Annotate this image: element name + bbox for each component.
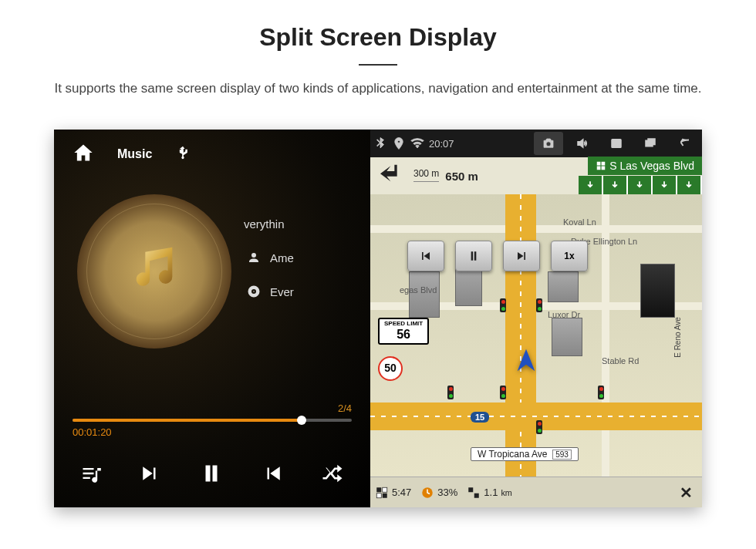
- turn-left-icon: [376, 160, 407, 193]
- bluetooth-icon: [373, 136, 387, 150]
- artist-name: Ame: [270, 251, 294, 264]
- disc-icon: [247, 285, 261, 298]
- map-view[interactable]: Koval Ln Duke Ellington Ln egas Blvd Lux…: [370, 194, 702, 477]
- destination-banner: S Las Vegas Blvd: [588, 157, 702, 175]
- close-app-button[interactable]: [602, 132, 631, 155]
- usb-icon[interactable]: [175, 145, 191, 163]
- volume-button[interactable]: [568, 132, 597, 155]
- split-screen-device: Music verythin Ame E: [54, 130, 702, 507]
- recent-apps-button[interactable]: [636, 132, 665, 155]
- page-title: Split Screen Display: [15, 23, 741, 52]
- wifi-icon: [410, 136, 424, 150]
- interstate-sign: 15: [471, 412, 489, 423]
- svg-rect-5: [376, 493, 381, 497]
- overlay-next-button[interactable]: [503, 241, 540, 271]
- prev-track-button[interactable]: [138, 462, 161, 488]
- overlay-pause-button[interactable]: [455, 241, 492, 271]
- street-stable: Stable Rd: [602, 356, 639, 365]
- album-art: [77, 194, 231, 349]
- title-divider: [359, 64, 397, 66]
- location-icon: [392, 136, 406, 150]
- music-notes-icon: [127, 243, 181, 300]
- status-bar: 20:07: [370, 130, 702, 157]
- track-count: 2/4: [73, 402, 352, 414]
- shuffle-button[interactable]: [321, 462, 344, 488]
- svg-rect-6: [383, 493, 387, 497]
- nav-bottom-bar: 5:47 33% 1.1km ✕: [370, 477, 702, 507]
- turn-distance-1: 300 m: [413, 168, 439, 181]
- person-icon: [247, 251, 261, 264]
- navigation-panel: 20:07 300 m 650: [370, 130, 702, 507]
- nav-close-button[interactable]: ✕: [674, 481, 697, 504]
- fuel-chip: 33%: [420, 486, 457, 500]
- next-track-button[interactable]: [262, 462, 285, 488]
- svg-rect-2: [648, 139, 655, 145]
- lane-arrows: [579, 176, 702, 194]
- svg-rect-9: [474, 493, 479, 497]
- back-button[interactable]: [670, 132, 699, 155]
- overlay-prev-button[interactable]: [407, 241, 444, 271]
- vehicle-cursor-icon: [513, 347, 539, 376]
- street-tropicana: W Tropicana Ave 593: [471, 447, 579, 461]
- turn-distance-2: 650 m: [445, 170, 478, 183]
- svg-rect-8: [469, 487, 474, 492]
- eta-chip: 5:47: [375, 486, 411, 500]
- distance-chip: 1.1km: [467, 486, 512, 500]
- track-title: verythin: [244, 217, 285, 231]
- page-subtitle: It supports the same screen display of t…: [31, 78, 725, 99]
- pause-button[interactable]: [197, 460, 225, 490]
- turn-info-bar: 300 m 650 m S Las Vegas Blvd: [370, 157, 702, 194]
- speed-limit-sign: SPEED LIMIT 56: [378, 318, 429, 344]
- svg-rect-4: [383, 487, 387, 492]
- street-luxor: Luxor Dr: [548, 310, 580, 319]
- svg-rect-3: [376, 487, 381, 492]
- playlist-button[interactable]: [80, 463, 102, 487]
- status-time: 20:07: [429, 138, 454, 150]
- album-name: Ever: [270, 285, 294, 298]
- progress-slider[interactable]: [73, 419, 352, 422]
- current-speed-sign: 50: [378, 356, 403, 381]
- street-reno: E Reno Ave: [673, 317, 682, 358]
- street-vegas: egas Blvd: [400, 285, 437, 295]
- screenshot-button[interactable]: [534, 132, 563, 155]
- home-icon[interactable]: [73, 142, 94, 167]
- music-app-label: Music: [117, 147, 152, 161]
- playback-speed-button[interactable]: 1x: [551, 241, 588, 271]
- music-panel: Music verythin Ame E: [54, 130, 370, 507]
- street-koval: Koval Ln: [563, 217, 596, 227]
- elapsed-time: 00:01:20: [73, 426, 352, 438]
